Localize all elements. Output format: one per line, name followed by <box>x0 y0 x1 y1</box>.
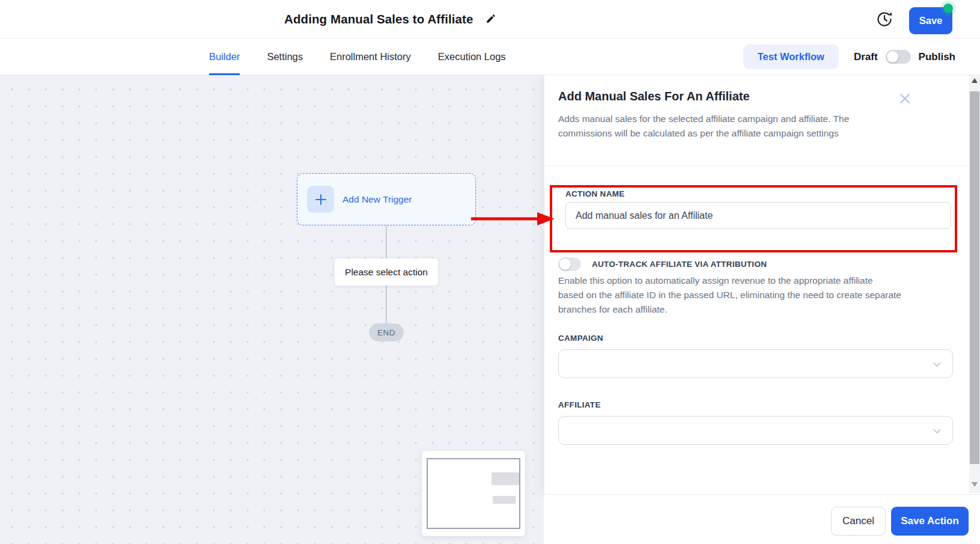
auto-track-toggle[interactable] <box>558 257 581 271</box>
panel-title: Add Manual Sales For An Affiliate <box>558 90 750 103</box>
divider <box>544 165 970 166</box>
action-name-input[interactable] <box>565 202 951 229</box>
action-name-label: ACTION NAME <box>565 189 625 198</box>
workflow-tabbar: Builder Settings Enrollment History Exec… <box>0 38 980 75</box>
save-action-button[interactable]: Save Action <box>891 507 969 536</box>
auto-track-label: AUTO-TRACK AFFILIATE VIA ATTRIBUTION <box>592 260 767 269</box>
plus-icon <box>307 186 334 213</box>
tab-builder[interactable]: Builder <box>209 38 240 75</box>
minimap-viewport <box>427 458 520 529</box>
panel-scrollbar[interactable] <box>969 75 980 493</box>
draft-label: Draft <box>854 51 878 63</box>
triangle-down-icon <box>972 482 978 487</box>
pencil-icon <box>485 13 496 26</box>
select-action-hint: Please select action <box>335 258 438 286</box>
publish-label: Publish <box>919 51 955 63</box>
page-title: Adding Manual Sales to Affiliate <box>284 12 473 26</box>
panel-footer: Cancel Save Action <box>544 494 980 544</box>
campaign-select[interactable] <box>558 349 953 378</box>
toggle-knob <box>887 51 898 63</box>
trigger-node-label: Add New Trigger <box>342 194 412 205</box>
chevron-down-icon <box>933 360 942 371</box>
affiliate-select[interactable] <box>558 416 953 445</box>
canvas-minimap[interactable] <box>422 451 525 536</box>
tab-execution-logs[interactable]: Execution Logs <box>438 38 506 75</box>
revision-history-button[interactable] <box>875 10 894 29</box>
minimap-node-preview <box>492 472 519 485</box>
close-icon <box>898 91 912 108</box>
cancel-button[interactable]: Cancel <box>831 507 886 536</box>
minimap-node-preview <box>493 496 516 504</box>
auto-track-description: Enable this option to automatically assi… <box>558 274 901 317</box>
workflow-canvas[interactable]: Add New Trigger Please select action END <box>0 75 544 544</box>
chevron-down-icon <box>933 427 942 438</box>
action-settings-panel: Add Manual Sales For An Affiliate Adds m… <box>544 75 969 494</box>
scrollbar-down-button[interactable] <box>969 482 980 489</box>
test-workflow-button[interactable]: Test Workflow <box>743 44 839 69</box>
panel-description: Adds manual sales for the selected affil… <box>558 112 849 141</box>
app-header: Adding Manual Sales to Affiliate Save <box>0 0 980 38</box>
unsaved-changes-dot <box>943 4 953 13</box>
clock-history-icon <box>876 11 893 29</box>
publish-toggle[interactable] <box>886 50 911 64</box>
close-panel-button[interactable] <box>896 91 913 108</box>
triangle-up-icon <box>972 78 978 83</box>
campaign-label: CAMPAIGN <box>558 334 603 343</box>
scrollbar-thumb[interactable] <box>970 91 979 464</box>
workflow-editor-app: Adding Manual Sales to Affiliate Save Bu… <box>0 0 980 544</box>
affiliate-label: AFFILIATE <box>558 400 601 409</box>
edit-title-button[interactable] <box>484 13 498 26</box>
end-node: END <box>369 323 404 341</box>
tab-enrollment-history[interactable]: Enrollment History <box>330 38 411 75</box>
tab-settings[interactable]: Settings <box>267 38 303 75</box>
scrollbar-up-button[interactable] <box>969 78 980 85</box>
add-new-trigger-node[interactable]: Add New Trigger <box>297 173 476 225</box>
toggle-knob <box>559 258 571 270</box>
